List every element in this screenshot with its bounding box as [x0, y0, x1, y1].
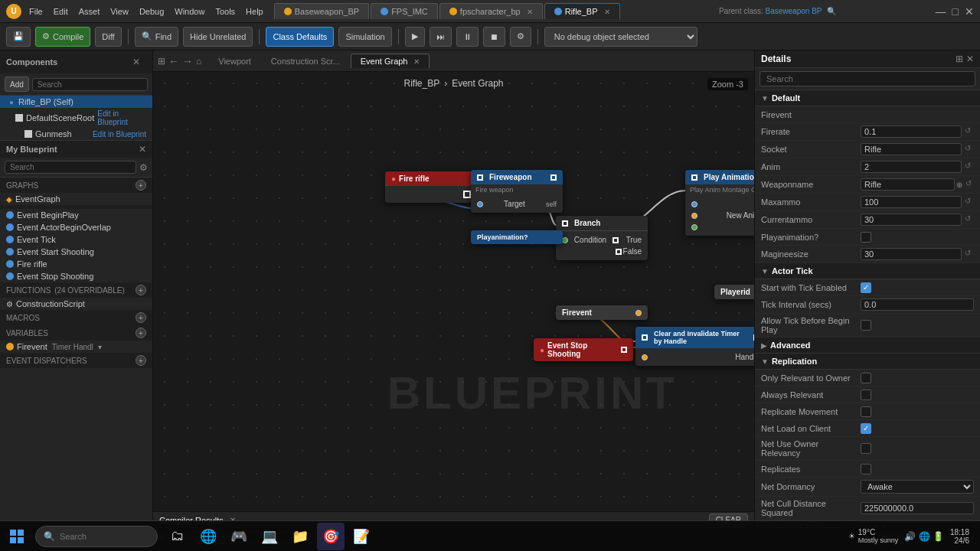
tree-item-gunmesh[interactable]: Gunmesh Edit in Blueprint — [0, 128, 152, 140]
event-actor-begin-overlap[interactable]: Event ActorBeginOverlap — [0, 221, 152, 233]
menu-help[interactable]: Help — [246, 7, 263, 16]
close-event-graph[interactable]: ✕ — [413, 57, 420, 66]
blueprint-search-input[interactable] — [5, 161, 136, 174]
details-search-input[interactable] — [760, 71, 975, 86]
node-clear-timer[interactable]: Clear and Invalidate Timer by Handle Han… — [635, 327, 754, 366]
settings-icon[interactable]: ⚙ — [139, 162, 148, 173]
save-button[interactable]: 💾 — [6, 27, 31, 47]
node-playerid[interactable]: Playerid — [714, 285, 754, 299]
add-component-button[interactable]: Add — [5, 77, 29, 92]
replication-header[interactable]: ▼ Replication — [755, 354, 980, 370]
event-graph-item[interactable]: ◆ EventGraph — [0, 193, 152, 205]
compile-button[interactable]: ⚙ Compile — [35, 27, 90, 47]
pause-button[interactable]: ⏸ — [456, 27, 479, 47]
replicate-movement-checkbox[interactable] — [861, 406, 871, 417]
hide-unrelated-button[interactable]: Hide Unrelated — [183, 27, 253, 47]
close-icon[interactable]: ✕ — [527, 8, 533, 16]
weaponname-browse-icon[interactable]: ⊕ — [956, 181, 962, 189]
only-relevant-checkbox[interactable] — [861, 373, 871, 383]
menu-file[interactable]: File — [29, 7, 43, 16]
net-use-owner-checkbox[interactable] — [861, 443, 871, 454]
diff-button[interactable]: Diff — [95, 27, 121, 47]
menu-view[interactable]: View — [110, 7, 129, 16]
socket-input[interactable] — [861, 143, 962, 155]
minimize-btn[interactable]: — — [936, 5, 946, 18]
node-playanimation2[interactable]: Playanimation? — [471, 230, 563, 244]
edit-link-default-scene[interactable]: Edit in Blueprint — [97, 109, 146, 126]
start-button[interactable] — [5, 524, 29, 549]
tick-interval-input[interactable] — [861, 298, 974, 311]
close-icon-active[interactable]: ✕ — [604, 8, 610, 16]
forward-btn[interactable]: → — [182, 55, 193, 67]
node-fire-rifle[interactable]: ● Fire rifle — [385, 171, 477, 203]
close-components-icon[interactable]: ✕ — [132, 57, 140, 67]
tick-enabled-checkbox[interactable]: ✓ — [861, 282, 871, 293]
playanimation-checkbox[interactable] — [861, 232, 871, 243]
add-variable-button[interactable]: + — [136, 328, 146, 338]
components-search-input[interactable] — [32, 78, 148, 91]
net-dormancy-select[interactable]: Awake — [861, 480, 974, 494]
anim-reset[interactable]: ↺ — [965, 161, 974, 172]
always-relevant-checkbox[interactable] — [861, 390, 871, 400]
replicates-checkbox[interactable] — [861, 464, 871, 474]
currentammo-input[interactable] — [861, 214, 962, 226]
add-function-button[interactable]: + — [136, 285, 146, 295]
firerate-input[interactable] — [861, 126, 962, 138]
anim-input[interactable] — [861, 161, 962, 173]
add-macro-button[interactable]: + — [136, 312, 146, 323]
actor-tick-header[interactable]: ▼ Actor Tick — [755, 263, 980, 279]
weaponname-input[interactable] — [861, 178, 955, 191]
taskbar-search-input[interactable] — [60, 532, 136, 541]
menu-debug[interactable]: Debug — [139, 7, 164, 16]
tree-item-default-scene-root[interactable]: DefaultSceneRoot Edit in Blueprint — [0, 108, 152, 128]
add-dispatcher-button[interactable]: + — [136, 355, 146, 366]
menu-window[interactable]: Window — [175, 7, 204, 16]
play-button[interactable]: ▶ — [405, 27, 425, 47]
magineesize-input[interactable] — [861, 248, 962, 260]
taskbar-explorer[interactable]: 🗂 — [164, 523, 191, 550]
debug-object-select[interactable]: No debug object selected — [544, 27, 697, 47]
taskbar-app3[interactable]: 🎮 — [225, 523, 253, 550]
tab-fpscharacter[interactable]: fpscharacter_bp ✕ — [439, 3, 543, 19]
allow-tick-checkbox[interactable] — [861, 320, 871, 331]
details-grid-icon[interactable]: ⊞ — [956, 54, 963, 64]
node-branch[interactable]: Branch Condition True False — [556, 216, 648, 260]
tab-construction[interactable]: Construction Scr... — [262, 54, 349, 68]
taskbar-ue[interactable]: 🎯 — [317, 523, 345, 550]
node-prevent[interactable]: Firevent — [556, 305, 648, 320]
weaponname-reset[interactable]: ↺ — [965, 179, 974, 190]
tab-fps-imc[interactable]: FPS_IMC — [371, 3, 438, 19]
tab-baseweapon[interactable]: Baseweapon_BP — [274, 3, 369, 19]
taskbar-app4[interactable]: 💻 — [256, 523, 283, 550]
magineesize-reset[interactable]: ↺ — [965, 249, 974, 259]
taskbar-app5[interactable]: 📁 — [286, 523, 314, 550]
simulation-button[interactable]: Simulation — [338, 27, 391, 47]
components-header[interactable]: Components ✕ — [0, 51, 152, 73]
currentammo-reset[interactable]: ↺ — [965, 214, 974, 225]
net-cull-input[interactable] — [861, 502, 974, 514]
tab-viewport[interactable]: Viewport — [209, 54, 260, 68]
step-button[interactable]: ⏭ — [430, 27, 452, 47]
node-fireweapon[interactable]: Fireweapon Fire weapon Target self — [471, 170, 563, 213]
tab-rifle-bp[interactable]: Rifle_BP ✕ — [544, 3, 620, 19]
class-defaults-button[interactable]: Class Defaults — [266, 27, 334, 47]
graph-canvas[interactable]: Rifle_BP › Event Graph Zoom -3 — [153, 72, 754, 511]
close-details-icon[interactable]: ✕ — [966, 54, 974, 64]
stop-button[interactable]: ⏹ — [483, 27, 505, 47]
node-event-stop-shooting[interactable]: ● Event Stop Shooting — [534, 338, 633, 361]
variable-firevent[interactable]: Firevent Timer Handl ▾ — [0, 341, 152, 353]
settings-button[interactable]: ⚙ — [510, 27, 531, 47]
taskbar-app2[interactable]: 🌐 — [194, 523, 222, 550]
socket-reset[interactable]: ↺ — [965, 144, 974, 155]
fire-rifle-item[interactable]: Fire rifle — [0, 258, 152, 270]
close-btn[interactable]: ✕ — [965, 5, 974, 18]
event-begin-play[interactable]: Event BeginPlay — [0, 209, 152, 221]
event-start-shooting[interactable]: Event Start Shooting — [0, 246, 152, 258]
maxammo-input[interactable] — [861, 196, 962, 208]
firerate-reset[interactable]: ↺ — [965, 126, 974, 137]
close-blueprint-icon[interactable]: ✕ — [139, 144, 146, 155]
parent-class-link[interactable]: Baseweapon BP — [766, 7, 822, 15]
menu-edit[interactable]: Edit — [54, 7, 68, 16]
maximize-btn[interactable]: □ — [952, 5, 959, 18]
construction-script-item[interactable]: ⚙ ConstructionScript — [0, 298, 152, 310]
